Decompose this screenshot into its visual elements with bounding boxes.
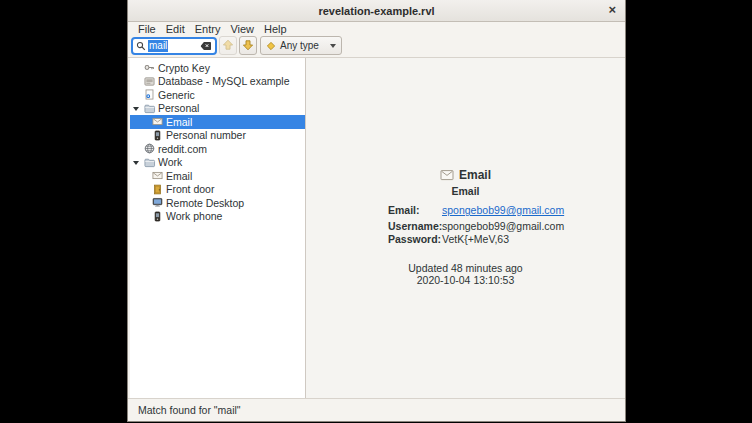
toolbar: mail Any type	[128, 36, 625, 58]
tree-row-label: Remote Desktop	[166, 197, 244, 209]
details-fields: Email: spongebob99@gmail.com Username: s…	[388, 204, 564, 246]
tree-row-label: Email	[166, 170, 192, 182]
tree-row-generic[interactable]: Generic	[130, 88, 305, 102]
tree-row-database[interactable]: Database - MySQL example	[130, 75, 305, 89]
menu-help[interactable]: Help	[259, 23, 292, 35]
tree-row-label: Personal	[158, 102, 199, 114]
field-username: Username: spongebob99@gmail.com	[388, 220, 564, 233]
tree-row-crypto-key[interactable]: Crypto Key	[130, 61, 305, 75]
tree-row-personal-number[interactable]: Personal number	[130, 129, 305, 143]
email-icon	[152, 116, 163, 127]
type-filter-value: Any type	[280, 40, 319, 51]
tree-row-personal-folder[interactable]: Personal	[130, 102, 305, 116]
door-icon	[152, 184, 163, 195]
updated-relative: Updated 48 minutes ago	[306, 263, 625, 275]
remote-desktop-icon	[152, 197, 163, 208]
details-updated: Updated 48 minutes ago 2020-10-04 13:10:…	[306, 263, 625, 286]
status-text: Match found for "mail"	[138, 404, 241, 416]
field-password-value: VetK{+MeV,63	[442, 233, 509, 246]
tree-row-label: Personal number	[166, 129, 246, 141]
chevron-down-icon	[330, 44, 336, 48]
revelation-window: revelation-example.rvl × File Edit Entry…	[128, 0, 625, 421]
tree-row-label: Generic	[158, 89, 195, 101]
clear-backspace-icon[interactable]	[200, 37, 212, 55]
details-title: Email	[459, 168, 491, 182]
tree-row-email-selected[interactable]: Email	[130, 115, 305, 129]
tree-row-label: Email	[166, 116, 192, 128]
field-password: Password: VetK{+MeV,63	[388, 233, 564, 246]
field-username-label: Username:	[388, 220, 442, 233]
expander-down-icon[interactable]	[133, 107, 139, 111]
menu-file[interactable]: File	[133, 23, 161, 35]
email-icon	[152, 170, 163, 181]
entry-details-panel: Email Email Email: spongebob99@gmail.com…	[306, 58, 625, 398]
updated-timestamp: 2020-10-04 13:10:53	[306, 275, 625, 287]
search-input[interactable]: mail	[131, 37, 217, 55]
folder-icon	[144, 157, 155, 168]
type-filter-dropdown[interactable]: Any type	[260, 36, 342, 55]
menubar: File Edit Entry View Help	[128, 22, 625, 36]
database-icon	[144, 76, 155, 87]
tree-row-work-folder[interactable]: Work	[130, 156, 305, 170]
tree-row-label: Front door	[166, 183, 214, 195]
generic-icon	[144, 89, 155, 100]
menu-entry[interactable]: Entry	[190, 23, 226, 35]
menu-edit[interactable]: Edit	[161, 23, 190, 35]
tree-row-remote-desktop[interactable]: Remote Desktop	[130, 196, 305, 210]
tree-row-reddit[interactable]: reddit.com	[130, 142, 305, 156]
magnifier-icon	[136, 37, 146, 55]
tree-row-label: reddit.com	[158, 143, 207, 155]
close-icon[interactable]: ×	[608, 3, 616, 17]
key-icon	[144, 62, 155, 73]
menu-view[interactable]: View	[225, 23, 259, 35]
window-title: revelation-example.rvl	[318, 5, 434, 17]
entry-tree: Crypto Key Database - MySQL example Gene…	[130, 58, 306, 398]
statusbar: Match found for "mail"	[128, 398, 625, 421]
titlebar: revelation-example.rvl ×	[128, 0, 625, 22]
field-password-label: Password:	[388, 233, 442, 246]
tree-row-front-door[interactable]: Front door	[130, 183, 305, 197]
details-header: Email	[306, 168, 625, 182]
gold-diamond-icon	[266, 37, 276, 55]
main-content: Crypto Key Database - MySQL example Gene…	[128, 58, 625, 398]
email-link[interactable]: spongebob99@gmail.com	[442, 204, 564, 217]
website-icon	[144, 143, 155, 154]
phone-icon	[152, 211, 163, 222]
screen-background: revelation-example.rvl × File Edit Entry…	[0, 0, 752, 423]
tree-row-work-phone[interactable]: Work phone	[130, 210, 305, 224]
expander-down-icon[interactable]	[133, 161, 139, 165]
tree-row-label: Crypto Key	[158, 62, 210, 74]
find-previous-button[interactable]	[219, 36, 237, 55]
find-next-button[interactable]	[239, 36, 257, 55]
tree-row-label: Database - MySQL example	[158, 75, 290, 87]
tree-row-label: Work	[158, 156, 182, 168]
details-subtitle: Email	[306, 185, 625, 197]
field-email-label: Email:	[388, 204, 442, 217]
email-icon	[440, 169, 454, 181]
field-email: Email: spongebob99@gmail.com	[388, 204, 564, 217]
tree-row-work-email[interactable]: Email	[130, 169, 305, 183]
phone-icon	[152, 130, 163, 141]
folder-icon	[144, 103, 155, 114]
gold-up-arrow-icon	[222, 37, 234, 55]
field-username-value: spongebob99@gmail.com	[442, 220, 564, 233]
search-text-selected: mail	[148, 40, 168, 52]
gold-down-arrow-icon	[242, 37, 254, 55]
tree-row-label: Work phone	[166, 210, 222, 222]
